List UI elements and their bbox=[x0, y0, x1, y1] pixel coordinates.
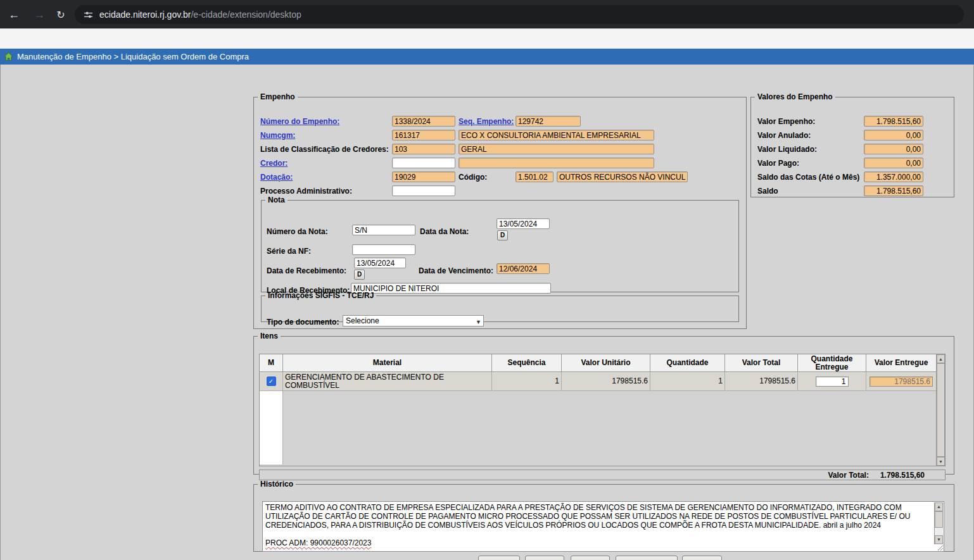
tipo-documento-label: Tipo de documento: bbox=[267, 318, 339, 327]
cell-valor-total: 1798515.6 bbox=[725, 372, 798, 391]
itens-total-bar: Valor Total: 1.798.515,60 bbox=[259, 470, 946, 480]
saldo-cotas-label: Saldo das Cotas (Até o Mês) bbox=[757, 173, 859, 182]
valor-empenho-label: Valor Empenho: bbox=[757, 117, 815, 126]
url-bar[interactable]: ecidade.niteroi.rj.gov.br/e-cidade/exten… bbox=[75, 5, 964, 24]
url-host: ecidade.niteroi.rj.gov.br bbox=[99, 9, 191, 20]
itens-legend: Itens bbox=[258, 332, 281, 340]
itens-scrollbar-thumb[interactable] bbox=[937, 363, 945, 457]
col-header-sequencia: Sequência bbox=[492, 354, 562, 372]
historico-proc-text: PROC ADM: 9900026037/2023 bbox=[265, 538, 931, 547]
serie-nf-label: Série da NF: bbox=[267, 247, 311, 256]
col-header-quantidade-entregue: Quantidade Entregue bbox=[798, 354, 866, 372]
historico-scrollbar-thumb[interactable] bbox=[935, 511, 943, 528]
site-settings-icon[interactable] bbox=[84, 10, 93, 20]
valores-fieldset: Valores do Empenho Valor Empenho: 1.798.… bbox=[750, 92, 954, 197]
valores-legend: Valores do Empenho bbox=[755, 92, 835, 101]
valor-anulado-label: Valor Anulado: bbox=[757, 131, 811, 140]
historico-text: TERMO ADITIVO AO CONTRATO DE EMPRESA ESP… bbox=[265, 503, 931, 530]
itens-scrollbar[interactable]: ▲ ▼ bbox=[936, 354, 945, 466]
valor-total-label: Valor Total: bbox=[828, 471, 868, 480]
col-header-quantidade: Quantidade bbox=[650, 354, 725, 372]
processo-field[interactable] bbox=[392, 185, 455, 196]
quantidade-entregue-input[interactable]: 1 bbox=[816, 376, 849, 387]
saldo-field: 1.798.515,60 bbox=[864, 185, 923, 196]
reload-icon[interactable]: ↻ bbox=[52, 6, 70, 23]
item-checkbox[interactable]: ✓ bbox=[267, 376, 276, 386]
cell-quantidade: 1 bbox=[650, 372, 725, 391]
resize-grip-icon[interactable] bbox=[937, 544, 943, 551]
historico-textarea[interactable]: TERMO ADITIVO AO CONTRATO DE EMPRESA ESP… bbox=[262, 501, 944, 552]
footer-button-1[interactable] bbox=[478, 556, 520, 560]
tipo-documento-select[interactable]: Selecione ▼ bbox=[343, 315, 484, 327]
check-icon: ✓ bbox=[269, 378, 274, 385]
codigo-desc-field: OUTROS RECURSOS NÃO VINCUL bbox=[557, 171, 688, 182]
forward-icon[interactable]: → bbox=[30, 6, 48, 23]
scroll-up-icon[interactable]: ▲ bbox=[937, 354, 945, 363]
nota-fieldset: Nota Número da Nota: S/N Data da Nota: 1… bbox=[261, 196, 739, 292]
valor-anulado-field: 0,00 bbox=[864, 130, 923, 140]
chevron-down-icon: ▼ bbox=[476, 318, 481, 327]
col-header-valor-total: Valor Total bbox=[725, 354, 798, 372]
col-header-valor-unitario: Valor Unitário bbox=[562, 354, 650, 372]
data-vencimento-label: Data de Vencimento: bbox=[419, 266, 493, 275]
browser-toolbar: ← → ↻ ecidade.niteroi.rj.gov.br/e-cidade… bbox=[0, 0, 974, 28]
serie-nf-field[interactable] bbox=[352, 244, 415, 255]
numero-empenho-link[interactable]: Número do Empenho: bbox=[260, 117, 339, 126]
valor-entregue-field: 1798515.6 bbox=[870, 376, 933, 387]
valor-liquidado-label: Valor Liquidado: bbox=[757, 145, 817, 154]
itens-table: M Material Sequência Valor Unitário Quan… bbox=[259, 354, 946, 466]
dotacao-field: 19029 bbox=[392, 171, 455, 182]
footer-button-4[interactable] bbox=[616, 556, 678, 560]
empenho-legend: Empenho bbox=[258, 92, 298, 101]
itens-fieldset: Itens M Material Sequência Valor Unitári… bbox=[253, 332, 954, 475]
scroll-up-icon[interactable]: ▲ bbox=[935, 502, 943, 511]
page-top-strip bbox=[0, 28, 974, 49]
valor-pago-field: 0,00 bbox=[864, 158, 923, 168]
scroll-down-icon[interactable]: ▼ bbox=[935, 535, 943, 544]
footer-button-2[interactable] bbox=[525, 556, 564, 560]
breadcrumb-bar: Manutenção de Empenho > Liquidação sem O… bbox=[0, 49, 974, 65]
historico-legend: Histórico bbox=[258, 480, 296, 488]
numcgm-field: 161317 bbox=[392, 130, 455, 140]
saldo-cotas-field: 1.357.000,00 bbox=[864, 171, 923, 182]
codigo-field: 1.501.02 bbox=[515, 171, 553, 182]
home-icon bbox=[4, 52, 13, 61]
footer-button-3[interactable] bbox=[571, 556, 610, 560]
sigfis-fieldset: Informações SIGFIS - TCE/RJ Tipo de docu… bbox=[261, 291, 739, 322]
valor-pago-label: Valor Pago: bbox=[757, 159, 799, 168]
table-m-column-strip bbox=[260, 391, 283, 464]
data-recebimento-field[interactable]: 13/05/2024 bbox=[354, 258, 406, 268]
valor-liquidado-field: 0,00 bbox=[864, 144, 923, 154]
credor-link[interactable]: Credor: bbox=[260, 159, 288, 168]
data-recebimento-calendar-button[interactable]: D bbox=[354, 270, 365, 280]
data-recebimento-label: Data de Recebimento: bbox=[267, 266, 346, 275]
historico-fieldset: Histórico TERMO ADITIVO AO CONTRATO DE E… bbox=[253, 480, 954, 552]
footer-button-5[interactable] bbox=[682, 556, 722, 560]
lista-credores-field: 103 bbox=[392, 144, 455, 154]
page-title: Manutenção de Empenho > Liquidação sem O… bbox=[17, 52, 249, 61]
table-body-background bbox=[283, 391, 936, 464]
seq-empenho-field: 129742 bbox=[515, 116, 581, 127]
valor-empenho-field: 1.798.515,60 bbox=[864, 116, 923, 127]
back-icon[interactable]: ← bbox=[5, 6, 23, 23]
valor-total-value: 1.798.515,60 bbox=[880, 471, 925, 480]
table-row: ✓ GERENCIAMENTO DE ABASTECIMENTO DE COMB… bbox=[260, 372, 936, 391]
data-nota-field[interactable]: 13/05/2024 bbox=[496, 218, 550, 229]
saldo-label: Saldo bbox=[757, 187, 778, 196]
cell-material: GERENCIAMENTO DE ABASTECIMENTO DE COMBUS… bbox=[283, 372, 492, 391]
itens-table-header: M Material Sequência Valor Unitário Quan… bbox=[260, 354, 936, 372]
cell-sequencia: 1 bbox=[492, 372, 562, 391]
credor-field[interactable] bbox=[392, 158, 455, 168]
data-nota-calendar-button[interactable]: D bbox=[497, 230, 508, 240]
numero-empenho-field: 1338/2024 bbox=[392, 116, 455, 127]
numero-nota-field[interactable]: S/N bbox=[352, 225, 415, 235]
seq-empenho-link[interactable]: Seq. Empenho: bbox=[459, 117, 514, 126]
numcgm-link[interactable]: Numcgm: bbox=[260, 131, 295, 140]
dotacao-link[interactable]: Dotação: bbox=[260, 173, 293, 182]
col-header-m: M bbox=[260, 354, 283, 372]
historico-scrollbar[interactable]: ▲ ▼ bbox=[934, 502, 943, 544]
scroll-down-icon[interactable]: ▼ bbox=[937, 457, 945, 466]
url-path: /e-cidade/extension/desktop bbox=[191, 9, 301, 20]
processo-label: Processo Administrativo: bbox=[260, 187, 352, 196]
data-vencimento-field: 12/06/2024 bbox=[496, 263, 550, 274]
